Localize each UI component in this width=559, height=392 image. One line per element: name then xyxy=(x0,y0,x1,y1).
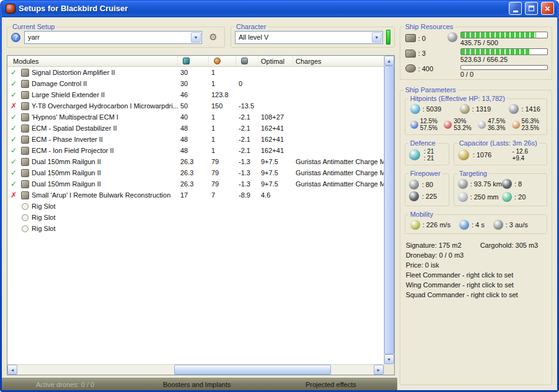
vertical-scroll-thumb[interactable] xyxy=(384,66,394,354)
module-row[interactable]: ✗Y-T8 Overcharged Hydrocarbon I Microwar… xyxy=(7,100,384,111)
shield-hp-value: : 5039 xyxy=(423,105,442,113)
module-row[interactable]: ✓Dual 150mm Railgun II26.379-1.39+7.5Gur… xyxy=(7,178,384,189)
module-row[interactable]: ✓Signal Distortion Amplifier II301 xyxy=(7,67,384,78)
module-pg: 1 xyxy=(209,147,236,154)
module-row[interactable]: ✓'Hypnos' Multispectral ECM I401-2.1108+… xyxy=(7,111,384,123)
module-cpu: 26.3 xyxy=(178,169,209,176)
module-optimal: 108+27 xyxy=(258,113,293,121)
max-targets-icon xyxy=(502,179,512,189)
resource-bars: 435.75 / 500 523.63 / 656.25 0 / 0 xyxy=(447,32,548,78)
module-cpu: 26.3 xyxy=(178,158,209,165)
window-title: Setups for Blackbird Cruiser xyxy=(19,4,506,13)
module-row[interactable]: ✓ECM - Phase Inverter II481-2.1162+41 xyxy=(7,134,384,145)
column-cpu[interactable] xyxy=(178,56,209,66)
module-name: Small 'Arup' I Remote Bulwark Reconstruc… xyxy=(32,191,170,199)
setup-combobox[interactable]: yarr ▼ xyxy=(24,31,202,44)
titlebar[interactable]: Setups for Blackbird Cruiser × xyxy=(2,0,557,17)
character-combobox-arrow-icon[interactable]: ▼ xyxy=(372,32,382,43)
scroll-right-button[interactable]: ► xyxy=(374,365,384,375)
setup-tools-button[interactable]: ⚙ xyxy=(206,30,221,44)
module-row[interactable]: Rig Slot xyxy=(7,223,384,234)
column-capacitor[interactable] xyxy=(236,56,258,66)
capacitor-amount: : 1076 xyxy=(473,151,492,159)
column-charges[interactable]: Charges xyxy=(293,56,384,66)
module-optimal: 162+41 xyxy=(258,124,293,132)
horizontal-scrollbar[interactable]: ◄ ► xyxy=(7,364,384,375)
scan-resolution-value: : 250 mm xyxy=(470,193,499,201)
powergrid-column-icon xyxy=(214,58,221,64)
close-button[interactable]: × xyxy=(541,2,554,15)
align-time-icon xyxy=(459,220,469,230)
wing-commander-slot[interactable]: Wing Commander - right click to set xyxy=(406,280,546,290)
right-pane: Ship Resources : 0 : 3 : 400 435.75 / 50… xyxy=(400,21,552,390)
module-name: 'Hypnos' Multispectral ECM I xyxy=(32,113,118,121)
cargohold-value: Cargohold: 305 m3 xyxy=(480,240,539,250)
maximize-icon xyxy=(529,6,534,11)
module-icon xyxy=(21,80,29,88)
module-name: ECM - Spatial Destabilizer II xyxy=(32,124,117,132)
boosters-implants-section[interactable]: Boosters and Implants xyxy=(163,378,231,391)
module-name: Rig Slot xyxy=(32,214,56,221)
dronebay-value: Dronebay: 0 / 0 m3 xyxy=(406,250,546,260)
cpu-bar-value: 435.75 / 500 xyxy=(460,39,548,46)
current-setup-label: Current Setup xyxy=(11,23,56,30)
module-row[interactable]: Rig Slot xyxy=(7,212,384,223)
scroll-down-button[interactable]: ▼ xyxy=(384,354,394,364)
horizontal-scroll-track[interactable] xyxy=(17,365,374,375)
scroll-left-button[interactable]: ◄ xyxy=(7,365,17,375)
module-cpu: 30 xyxy=(178,80,209,87)
vertical-scroll-track[interactable] xyxy=(384,66,394,354)
projected-effects-section[interactable]: Projected effects xyxy=(306,378,356,391)
launcher-hardpoints-value: : 0 xyxy=(418,35,426,42)
module-row[interactable]: ✓ECM - Ion Field Projector II481-2.1162+… xyxy=(7,145,384,156)
minimize-button[interactable] xyxy=(509,2,522,15)
module-optimal: 4.6 xyxy=(258,191,293,199)
fitting-error-icon: ✗ xyxy=(7,100,20,111)
horizontal-scroll-thumb[interactable] xyxy=(174,365,331,375)
defence-label: Defence xyxy=(408,139,438,147)
vertical-scrollbar[interactable]: ▲ ▼ xyxy=(384,56,394,375)
column-optimal[interactable]: Optimal xyxy=(258,56,293,66)
module-row[interactable]: ✓Large Shield Extender II46123.8 xyxy=(7,89,384,100)
volley-icon xyxy=(409,180,419,189)
app-icon xyxy=(6,4,15,14)
window-body: Current Setup ? yarr ▼ ⚙ Character All l… xyxy=(2,17,557,390)
module-row[interactable]: ✓Dual 150mm Railgun II26.379-1.39+7.5Gur… xyxy=(7,167,384,178)
module-row[interactable]: ✗Small 'Arup' I Remote Bulwark Reconstru… xyxy=(7,189,384,201)
column-powergrid[interactable] xyxy=(209,56,236,66)
capacitor-drain-value: - 12.6 xyxy=(512,148,528,155)
module-optimal: 162+41 xyxy=(258,147,293,154)
fleet-commander-slot[interactable]: Fleet Commander - right click to set xyxy=(406,270,546,280)
module-pg: 79 xyxy=(209,169,236,176)
module-row[interactable]: Rig Slot xyxy=(7,201,384,212)
module-row[interactable]: ✓ECM - Spatial Destabilizer II481-2.1162… xyxy=(7,123,384,134)
module-charges: Guristas Antimatter Charge M xyxy=(293,169,384,176)
module-pg: 1 xyxy=(209,80,236,87)
capacitor-icon xyxy=(458,149,469,160)
module-row[interactable]: ✓Dual 150mm Railgun II26.379-1.39+7.5Gur… xyxy=(7,156,384,167)
module-cpu: 40 xyxy=(178,113,209,121)
module-row[interactable]: ✓Damage Control II3010 xyxy=(7,78,384,89)
character-label: Character xyxy=(234,23,268,30)
character-combobox[interactable]: All level V ▼ xyxy=(235,31,383,44)
module-charges: Guristas Antimatter Charge M xyxy=(293,180,384,188)
defence-value-bottom: : 21 xyxy=(424,155,434,162)
active-drones-section[interactable]: Active drones: 0 / 0 xyxy=(36,378,94,391)
drone-bar-value: 0 / 0 xyxy=(460,71,548,78)
column-modules[interactable]: Modules xyxy=(7,56,178,66)
firepower-label: Firepower xyxy=(408,170,442,177)
module-icon xyxy=(21,69,29,77)
targeting-range-value: : 93.75 km xyxy=(470,180,502,188)
powergrid-bar-value: 523.63 / 656.25 xyxy=(460,56,548,63)
scroll-up-button[interactable]: ▲ xyxy=(384,56,394,66)
em-resist-armor: 57.5% xyxy=(420,124,438,131)
capacitor-box: Capacitor (Lasts: 3m 26s) : 1076 - 12.6+… xyxy=(454,143,547,165)
maximize-button[interactable] xyxy=(525,2,538,15)
setup-combobox-value: yarr xyxy=(25,33,191,41)
help-button[interactable]: ? xyxy=(11,33,20,42)
squad-commander-slot[interactable]: Squad Commander - right click to set xyxy=(406,290,546,300)
setup-combobox-arrow-icon[interactable]: ▼ xyxy=(191,32,201,43)
fitted-ok-icon: ✓ xyxy=(7,78,20,89)
module-cap: -1.3 xyxy=(236,180,258,188)
hitpoints-box: Hitpoints (Effective HP: 13,782) : 5039 … xyxy=(405,98,547,135)
